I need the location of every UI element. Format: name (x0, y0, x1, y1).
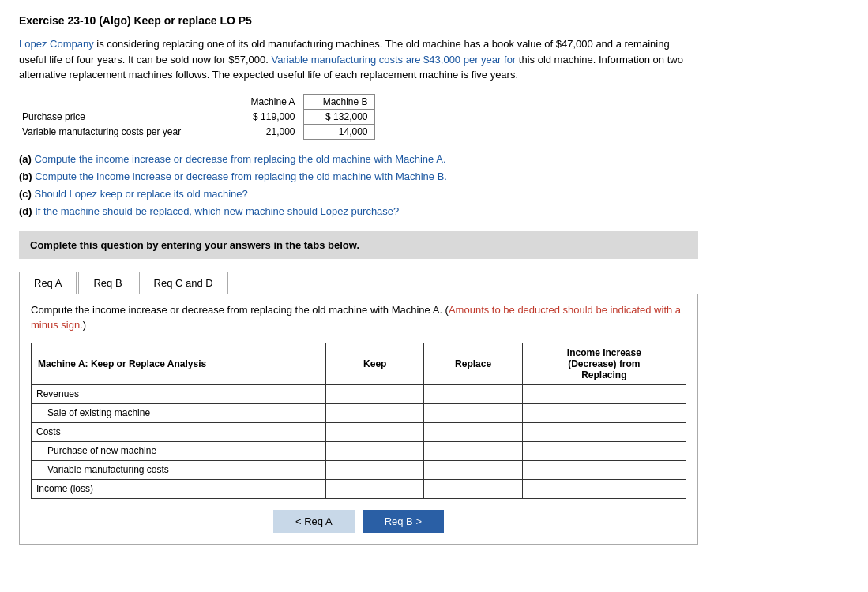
revenues-keep-cell[interactable] (326, 384, 424, 403)
sale-replace-cell[interactable] (424, 403, 522, 422)
header-machine-b: Machine B (303, 94, 374, 109)
revenues-replace-cell[interactable] (424, 384, 522, 403)
analysis-table: Machine A: Keep or Replace Analysis Keep… (31, 343, 686, 499)
question-c: (c) Should Lopez keep or replace its old… (19, 185, 698, 203)
header-blank (19, 94, 232, 109)
costs-keep-cell[interactable] (326, 422, 424, 441)
variable-cost-b: 14,000 (303, 124, 374, 139)
costs-replace-input[interactable] (424, 423, 521, 441)
analysis-table-header-row: Machine A: Keep or Replace Analysis Keep… (32, 343, 686, 384)
exercise-description: Lopez Company is considering replacing o… (19, 36, 698, 83)
analysis-col-header-keep: Keep (326, 343, 424, 384)
variable-income-input[interactable] (523, 461, 686, 479)
purchase-replace-input[interactable] (424, 442, 521, 460)
question-a: (a) Compute the income increase or decre… (19, 151, 698, 168)
variable-cost-a: 21,000 (232, 124, 303, 139)
income-loss-keep-cell[interactable] (326, 479, 424, 498)
sale-income-cell[interactable] (522, 403, 686, 422)
sale-label: Sale of existing machine (32, 403, 326, 422)
variable-keep-cell[interactable] (326, 460, 424, 479)
income-loss-income-cell[interactable] (522, 479, 686, 498)
sale-keep-input[interactable] (326, 404, 423, 422)
purchase-income-cell[interactable] (522, 441, 686, 460)
analysis-col-header-label: Machine A: Keep or Replace Analysis (32, 343, 326, 384)
income-loss-replace-cell[interactable] (424, 479, 522, 498)
revenues-replace-input[interactable] (424, 385, 521, 403)
data-table: Machine A Machine B Purchase price $ 119… (19, 94, 375, 140)
analysis-col-header-income: Income Increase (Decrease) from Replacin… (522, 343, 686, 384)
sale-income-input[interactable] (523, 404, 686, 422)
button-row: < Req A Req B > (31, 510, 686, 533)
purchase-replace-cell[interactable] (424, 441, 522, 460)
questions-block: (a) Compute the income increase or decre… (19, 151, 698, 220)
tab-content-req-a: Compute the income increase or decrease … (19, 294, 698, 545)
costs-replace-cell[interactable] (424, 422, 522, 441)
sale-keep-cell[interactable] (326, 403, 424, 422)
purchase-keep-cell[interactable] (326, 441, 424, 460)
tabs-container: Req A Req B Req C and D (19, 272, 698, 294)
sale-replace-input[interactable] (424, 404, 521, 422)
table-row-variable: Variable manufacturing costs (32, 460, 686, 479)
variable-keep-input[interactable] (326, 461, 423, 479)
income-loss-keep-input[interactable] (326, 480, 423, 498)
costs-income-cell[interactable] (522, 422, 686, 441)
costs-keep-input[interactable] (326, 423, 423, 441)
income-loss-replace-input[interactable] (424, 480, 521, 498)
variable-replace-input[interactable] (424, 461, 521, 479)
income-loss-label: Income (loss) (32, 479, 326, 498)
exercise-title: Exercise 23-10 (Algo) Keep or replace LO… (19, 14, 849, 27)
analysis-col-header-replace: Replace (424, 343, 522, 384)
variable-income-cell[interactable] (522, 460, 686, 479)
tab-req-a[interactable]: Req A (19, 272, 77, 294)
complete-instruction: Complete this question by entering your … (19, 231, 698, 259)
costs-label: Costs (32, 422, 326, 441)
variable-replace-cell[interactable] (424, 460, 522, 479)
question-d: (d) If the machine should be replaced, w… (19, 203, 698, 220)
costs-income-input[interactable] (523, 423, 686, 441)
revenues-label: Revenues (32, 384, 326, 403)
revenues-keep-input[interactable] (326, 385, 423, 403)
next-button[interactable]: Req B > (363, 510, 444, 533)
purchase-price-label: Purchase price (19, 109, 232, 124)
header-machine-a: Machine A (232, 94, 303, 109)
table-row-sale: Sale of existing machine (32, 403, 686, 422)
purchase-label: Purchase of new machine (32, 441, 326, 460)
purchase-income-input[interactable] (523, 442, 686, 460)
tab-req-b[interactable]: Req B (78, 272, 137, 294)
income-loss-income-input[interactable] (523, 480, 686, 498)
table-row-costs: Costs (32, 422, 686, 441)
variable-label: Variable manufacturing costs (32, 460, 326, 479)
variable-cost-label: Variable manufacturing costs per year (19, 124, 232, 139)
data-row-purchase: Purchase price $ 119,000 $ 132,000 (19, 109, 374, 124)
company-name: Lopez Company (19, 38, 94, 50)
purchase-keep-input[interactable] (326, 442, 423, 460)
data-row-variable: Variable manufacturing costs per year 21… (19, 124, 374, 139)
data-table-header: Machine A Machine B (19, 94, 374, 109)
table-row-purchase: Purchase of new machine (32, 441, 686, 460)
purchase-price-b: $ 132,000 (303, 109, 374, 124)
revenues-income-input[interactable] (523, 385, 686, 403)
tab-instruction: Compute the income increase or decrease … (31, 302, 686, 333)
purchase-price-a: $ 119,000 (232, 109, 303, 124)
table-row-revenues: Revenues (32, 384, 686, 403)
question-b: (b) Compute the income increase or decre… (19, 168, 698, 185)
revenues-income-cell[interactable] (522, 384, 686, 403)
table-row-income-loss: Income (loss) (32, 479, 686, 498)
prev-button[interactable]: < Req A (273, 510, 355, 533)
tab-req-c-d[interactable]: Req C and D (139, 272, 228, 294)
